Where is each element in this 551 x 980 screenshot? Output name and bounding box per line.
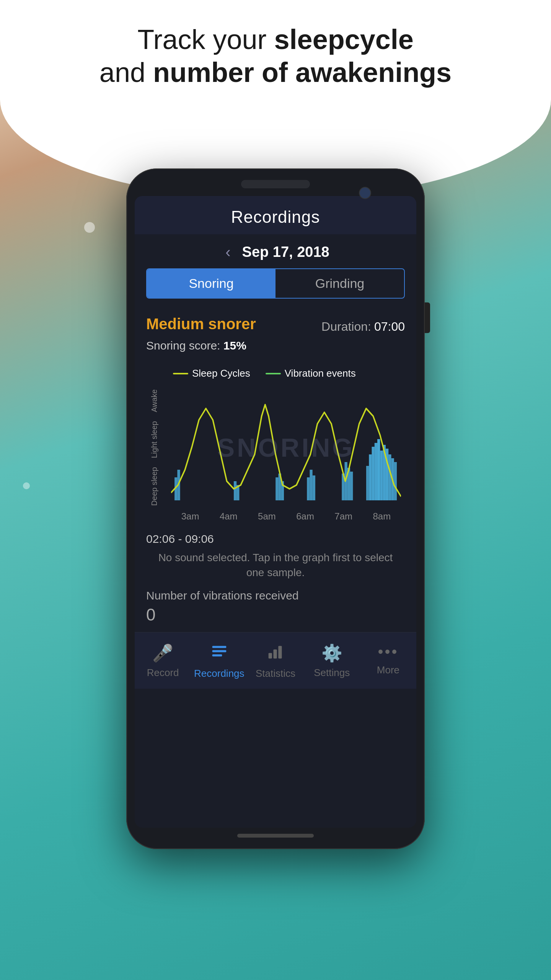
- svg-rect-24: [394, 462, 397, 500]
- recordings-icon: [211, 643, 228, 664]
- statistics-icon: [267, 643, 284, 664]
- no-sound-message: No sound selected. Tap in the graph firs…: [146, 550, 405, 580]
- svg-rect-18: [377, 439, 380, 500]
- headline-part1: Track your: [137, 24, 274, 55]
- phone-camera: [359, 187, 371, 199]
- svg-rect-16: [372, 447, 375, 500]
- svg-rect-28: [269, 653, 272, 659]
- phone-side-button: [425, 302, 430, 333]
- bottom-navigation: 🎤 Record Recordings Statistics: [135, 632, 416, 689]
- x-label-8am: 8am: [373, 511, 391, 522]
- svg-rect-27: [212, 655, 222, 657]
- tab-snoring[interactable]: Snoring: [147, 269, 276, 298]
- duration-label: Duration:: [321, 320, 371, 334]
- x-label-5am: 5am: [258, 511, 276, 522]
- legend-sleep-cycles: Sleep Cycles: [173, 368, 250, 379]
- screen-title: Recordings: [135, 207, 416, 227]
- date-back-arrow[interactable]: ‹: [222, 243, 234, 261]
- legend-vibration-events: Vibration events: [266, 368, 356, 379]
- headline-bold2: number of awakenings: [153, 57, 452, 88]
- y-label-awake: Awake: [150, 389, 171, 412]
- x-label-3am: 3am: [181, 511, 199, 522]
- svg-rect-8: [310, 470, 312, 500]
- svg-rect-30: [278, 646, 282, 659]
- legend-yellow-line: [173, 373, 188, 374]
- decorative-dot-2: [23, 482, 30, 489]
- y-label-light-sleep: Light sleep: [150, 421, 171, 458]
- chart-svg-wrapper[interactable]: SNORING: [171, 385, 401, 510]
- headline-part2: and: [99, 57, 153, 88]
- score-label: Snoring score:: [146, 339, 223, 352]
- svg-rect-4: [276, 477, 278, 500]
- svg-rect-2: [234, 481, 236, 500]
- svg-rect-9: [313, 475, 315, 500]
- date-display: Sep 17, 2018: [242, 244, 329, 260]
- nav-label-statistics: Statistics: [256, 668, 295, 679]
- sleep-chart-area[interactable]: Sleep Cycles Vibration events Awake Ligh…: [146, 360, 405, 526]
- nav-item-recordings[interactable]: Recordings: [191, 643, 247, 679]
- nav-label-record: Record: [147, 667, 179, 679]
- legend-sleep-cycles-label: Sleep Cycles: [192, 368, 250, 379]
- svg-rect-29: [274, 650, 277, 659]
- phone-device: Recordings ‹ Sep 17, 2018 Snoring Grindi…: [126, 168, 425, 849]
- nav-item-settings[interactable]: ⚙️ Settings: [304, 643, 360, 679]
- decorative-dot-1: [84, 222, 95, 233]
- svg-rect-15: [369, 454, 372, 500]
- nav-label-more: More: [377, 664, 399, 676]
- svg-rect-14: [366, 466, 369, 500]
- headline-text: Track your sleepcycle and number of awak…: [69, 0, 482, 105]
- screen-header: Recordings: [135, 196, 416, 234]
- duration-value: 07:00: [374, 320, 405, 334]
- snoring-score-text: Snoring score: 15%: [146, 339, 405, 352]
- chart-legend: Sleep Cycles Vibration events: [150, 368, 401, 379]
- svg-rect-17: [375, 443, 377, 500]
- vibrations-label: Number of vibrations received: [146, 589, 405, 602]
- mode-tab-bar: Snoring Grinding: [146, 268, 405, 299]
- y-label-deep-sleep: Deep sleep: [150, 467, 171, 506]
- nav-label-recordings: Recordings: [194, 668, 245, 679]
- headline-bold1: sleepcycle: [274, 24, 414, 55]
- phone-home-bar: [237, 834, 314, 838]
- x-label-6am: 6am: [296, 511, 314, 522]
- sleep-cycles-svg: [171, 385, 401, 508]
- legend-vibration-label: Vibration events: [285, 368, 356, 379]
- more-icon: •••: [378, 643, 398, 660]
- y-axis-labels: Awake Light sleep Deep sleep: [150, 385, 171, 510]
- nav-item-more[interactable]: ••• More: [360, 643, 416, 679]
- vibrations-count: 0: [146, 605, 405, 624]
- score-value: 15%: [223, 339, 246, 352]
- phone-body: Recordings ‹ Sep 17, 2018 Snoring Grindi…: [126, 168, 425, 849]
- svg-rect-19: [380, 451, 383, 500]
- content-area: Medium snorer Duration: 07:00 Snoring sc…: [135, 308, 416, 632]
- date-navigation: ‹ Sep 17, 2018: [135, 234, 416, 268]
- legend-green-line: [266, 373, 281, 374]
- tab-grinding[interactable]: Grinding: [276, 269, 404, 298]
- chart-body: Awake Light sleep Deep sleep SNORING: [150, 385, 401, 510]
- nav-item-record[interactable]: 🎤 Record: [135, 643, 191, 679]
- phone-speaker: [241, 180, 310, 188]
- x-label-4am: 4am: [220, 511, 238, 522]
- phone-screen: Recordings ‹ Sep 17, 2018 Snoring Grindi…: [135, 196, 416, 828]
- x-label-7am: 7am: [334, 511, 352, 522]
- time-range-display: 02:06 - 09:06: [146, 532, 405, 546]
- nav-label-settings: Settings: [314, 667, 350, 679]
- x-axis-labels: 3am 4am 5am 6am 7am 8am: [150, 511, 401, 522]
- nav-item-statistics[interactable]: Statistics: [247, 643, 303, 679]
- svg-rect-13: [350, 472, 353, 500]
- settings-icon: ⚙️: [321, 643, 342, 663]
- microphone-icon: 🎤: [152, 643, 173, 663]
- svg-rect-22: [388, 454, 391, 500]
- svg-rect-7: [307, 477, 310, 500]
- svg-rect-26: [212, 650, 226, 653]
- svg-rect-25: [212, 646, 226, 648]
